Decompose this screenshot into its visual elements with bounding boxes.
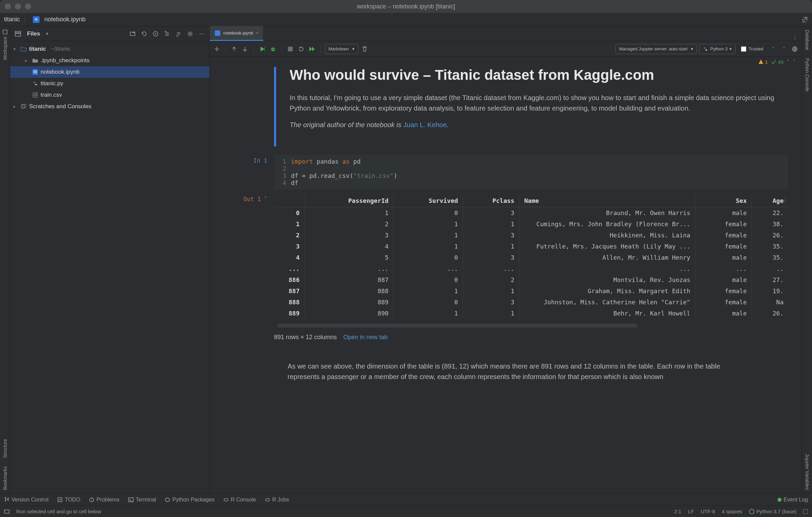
interpreter[interactable]: Python 3.7 (base) (749, 509, 796, 514)
dataframe-output[interactable]: ⋮ PassengerIdSurvivedPclassNameSexAge010… (274, 194, 788, 341)
debug-cell-icon[interactable] (269, 45, 277, 53)
scroll-down-icon[interactable]: ˅ (780, 45, 788, 53)
database-tool-tab[interactable]: Database (805, 30, 810, 50)
code-cell[interactable]: In 1 1234 import pandas as pd df = pd.re… (210, 155, 802, 190)
chevron-down-icon[interactable]: ▾ (14, 47, 18, 51)
md-paragraph: As we can see above, the dimension of th… (288, 361, 724, 382)
warnings-count[interactable]: 1 (758, 59, 768, 65)
move-cell-down-icon[interactable] (241, 45, 249, 53)
ide-status-icon[interactable] (803, 509, 808, 514)
table-row[interactable]: 88888903Johnston, Miss. Catherine Helen … (274, 297, 788, 308)
jupyter-variables-tool-tab[interactable]: Jupyter Variables (805, 454, 810, 490)
horizontal-scrollbar[interactable] (277, 324, 637, 328)
tree-folder-checkpoints[interactable]: ▸ .ipynb_checkpoints (10, 55, 209, 66)
tree-root[interactable]: ▾ titanic ~/titanic (10, 43, 209, 55)
svg-rect-5 (15, 33, 21, 36)
select-opened-icon[interactable] (151, 29, 160, 38)
project-view-icon[interactable] (14, 29, 22, 38)
table-row[interactable]: 3411Futrelle, Mrs. Jacques Heath (Lily M… (274, 241, 788, 252)
collapse-output-icon[interactable]: ˅ (264, 196, 267, 341)
kernel-selector[interactable]: Python 3 ▾ (699, 44, 736, 54)
editor-tab-notebook[interactable]: notebook.ipynb × (210, 26, 264, 41)
table-row[interactable]: 4503Allen, Mr. William Henrymale35. (274, 252, 788, 263)
table-header[interactable] (274, 194, 304, 207)
run-all-icon[interactable] (308, 45, 316, 53)
table-header[interactable]: Pclass (463, 194, 519, 207)
input-prompt: In 1 (210, 155, 274, 190)
table-row[interactable]: 2313Heikkinen, Miss. Lainafemale26. (274, 230, 788, 241)
view-combo[interactable]: Files (27, 30, 40, 37)
editor-tabs-menu-icon[interactable]: ⋮ (788, 33, 802, 41)
settings-icon[interactable] (186, 29, 195, 38)
open-in-new-tab-link[interactable]: Open in new tab (343, 334, 388, 340)
file-encoding[interactable]: UTF-8 (701, 509, 715, 514)
tree-file-titanic-py[interactable]: titanic.py (10, 78, 209, 89)
table-row[interactable]: 88989011Behr, Mr. Karl Howellmale26. (274, 308, 788, 319)
breadcrumb-file[interactable]: notebook.ipynb (44, 16, 86, 23)
svg-rect-2 (35, 20, 37, 20)
tree-scratches[interactable]: ▸ Scratches and Consoles (10, 101, 209, 112)
stop-icon[interactable] (286, 45, 295, 53)
svg-rect-11 (33, 72, 37, 73)
table-row[interactable]: 88688702Montvila, Rev. Juozasmale27. (274, 274, 788, 285)
table-header[interactable]: Sex (695, 194, 752, 207)
indent-setting[interactable]: 4 spaces (722, 509, 742, 514)
scroll-up-icon[interactable]: ˄ (769, 45, 777, 53)
chevron-right-icon[interactable]: ▸ (14, 104, 18, 109)
expand-all-icon[interactable] (163, 29, 172, 38)
problems-tab[interactable]: Problems (89, 497, 119, 503)
table-header[interactable]: Survived (393, 194, 463, 207)
workspace-tool-tab[interactable]: Workspace (2, 30, 8, 60)
todo-tab[interactable]: TODO (57, 497, 80, 503)
trusted-input[interactable] (741, 46, 746, 52)
code-text[interactable]: import pandas as pd df = pd.read_csv("tr… (291, 158, 785, 186)
author-link[interactable]: Juan L. Kehoe (403, 121, 447, 128)
table-row[interactable]: 0103Braund, Mr. Owen Harrismale22. (274, 207, 788, 219)
notebook-body[interactable]: Who would survive – Titanic dataset from… (210, 67, 802, 493)
table-row[interactable]: .................... (274, 263, 788, 274)
caret-position[interactable]: 2:1 (674, 509, 681, 514)
table-row[interactable]: 88788811Graham, Miss. Margaret Edithfema… (274, 285, 788, 297)
hide-panel-icon[interactable]: — (197, 29, 206, 38)
event-log-tab[interactable]: Event Log (777, 497, 808, 503)
code-editor[interactable]: 1234 import pandas as pd df = pd.read_cs… (274, 155, 788, 190)
restart-kernel-icon[interactable] (297, 45, 306, 53)
python-packages-tab[interactable]: Python Packages (165, 497, 215, 503)
table-header[interactable]: PassengerId (304, 194, 393, 207)
weak-warnings-count[interactable]: 49 (771, 59, 784, 65)
move-cell-up-icon[interactable] (230, 45, 239, 53)
open-browser-icon[interactable] (790, 45, 799, 53)
delete-cell-icon[interactable] (360, 45, 369, 53)
close-tab-icon[interactable]: × (256, 30, 258, 36)
next-highlight-icon[interactable]: ˅ (793, 59, 796, 65)
r-jobs-tab[interactable]: R Jobs (265, 497, 289, 503)
add-cell-icon[interactable] (212, 45, 221, 53)
table-row[interactable]: 1211Cumings, Mrs. John Bradley (Florence… (274, 218, 788, 230)
terminal-tab[interactable]: Terminal (128, 497, 156, 503)
breadcrumb-project[interactable]: titanic (4, 16, 20, 23)
structure-tool-tab[interactable]: Structure (2, 439, 8, 458)
tree-file-train-csv[interactable]: train.csv (10, 89, 209, 101)
table-header[interactable]: Name (519, 194, 695, 207)
python-console-tool-tab[interactable]: Python Console (805, 58, 810, 92)
collapse-all-icon[interactable] (174, 29, 183, 38)
markdown-cell-2[interactable]: As we can see above, the dimension of th… (274, 361, 738, 382)
table-actions-icon[interactable]: ⋮ (782, 196, 788, 204)
prev-highlight-icon[interactable]: ˄ (787, 59, 790, 65)
open-externally-icon[interactable] (801, 16, 808, 23)
view-chevron-down-icon[interactable]: ▾ (43, 29, 52, 38)
chevron-right-icon[interactable]: ▸ (25, 58, 30, 63)
jupyter-server-selector[interactable]: Managed Jupyter server: auto-start ▾ (615, 44, 697, 54)
version-control-tab[interactable]: Version Control (4, 497, 48, 503)
trusted-checkbox[interactable]: Trusted (738, 46, 767, 52)
bookmarks-tool-tab[interactable]: Bookmarks (2, 466, 8, 490)
run-cell-icon[interactable] (258, 45, 267, 53)
dataframe-table[interactable]: PassengerIdSurvivedPclassNameSexAge0103B… (274, 194, 788, 319)
cell-type-selector[interactable]: Markdown ▾ (325, 44, 358, 54)
markdown-cell[interactable]: Who would survive – Titanic dataset from… (274, 67, 788, 146)
r-console-tab[interactable]: R Console (223, 497, 256, 503)
refresh-icon[interactable] (140, 29, 149, 38)
tree-file-notebook[interactable]: notebook.ipynb (10, 66, 209, 78)
new-file-icon[interactable] (128, 29, 137, 38)
line-ending[interactable]: LF (688, 509, 694, 514)
